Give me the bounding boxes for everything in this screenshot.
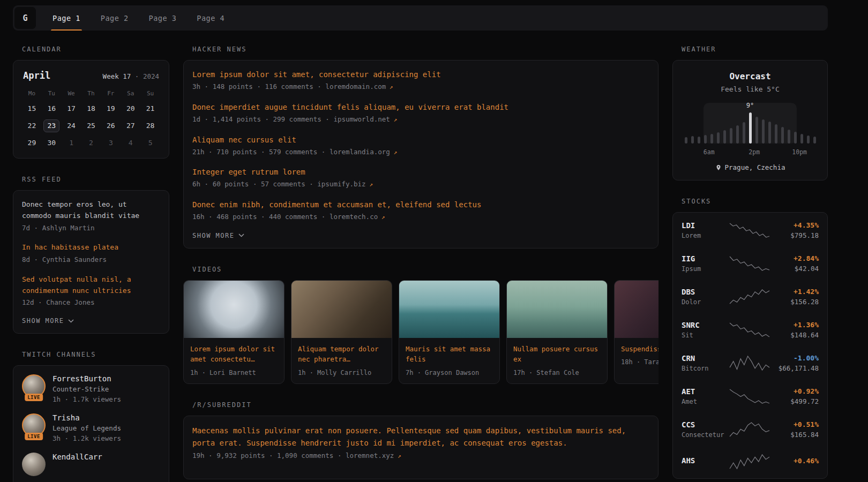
live-badge: LIVE	[25, 433, 43, 440]
item-domain-link[interactable]: loremnet.xyz	[346, 451, 394, 460]
item-domain-link[interactable]: loremtech.co	[330, 213, 378, 221]
page-tab[interactable]: Page 2	[91, 5, 139, 31]
stock-identifiers: LDI Lorem	[682, 221, 729, 239]
video-card-body: Aliquam tempor dolor nec pharetra… 1h · …	[291, 338, 392, 383]
stock-identifiers: AET Amet	[682, 387, 729, 405]
weather-hour-bar	[788, 130, 790, 144]
hackernews-item-title[interactable]: Integer eget rutrum lorem	[192, 167, 649, 178]
channel-info: ForrestBurton Counter-Strike 1h · 1.7k v…	[53, 374, 121, 403]
weather-chart: 9°	[682, 101, 819, 144]
item-domain-link[interactable]: loremlandia.org	[330, 148, 390, 156]
video-card[interactable]: Mauris sit amet massa felis 7h · Grayson…	[399, 280, 500, 384]
video-title[interactable]: Suspendisse diam	[621, 344, 659, 354]
twitch-card: LIVE ForrestBurton Counter-Strike 1h · 1…	[13, 365, 169, 482]
hackernews-item-title[interactable]: Lorem ipsum dolor sit amet, consectetur …	[192, 69, 649, 80]
rss-item-title[interactable]: In hac habitasse platea	[22, 242, 160, 253]
rss-item-title[interactable]: Donec tempor eros leo, ut commodo mauris…	[22, 199, 160, 222]
video-thumbnail[interactable]	[399, 281, 499, 338]
subreddit-post-title[interactable]: Maecenas mollis pulvinar erat non posuer…	[192, 425, 649, 449]
video-card[interactable]: Suspendisse diam 18h · Tara	[614, 280, 659, 384]
video-thumbnail[interactable]	[291, 281, 392, 338]
weather-hour-bar	[691, 136, 694, 144]
rss-item-title[interactable]: Sed volutpat nulla nisl, a condimentum n…	[22, 274, 160, 297]
subreddit-post: Maecenas mollis pulvinar erat non posuer…	[192, 425, 649, 461]
stock-row[interactable]: SNRC Sit +1.36% $148.64	[682, 321, 819, 339]
hackernews-show-more-button[interactable]: SHOW MORE	[192, 232, 649, 239]
channel-avatar: LIVE	[22, 374, 46, 399]
chevron-down-icon	[238, 234, 244, 237]
channel-avatar: LIVE	[22, 413, 46, 438]
calendar-day: 3	[103, 137, 119, 149]
item-domain-link[interactable]: ipsumify.biz	[317, 180, 365, 188]
rss-show-more-button[interactable]: SHOW MORE	[22, 317, 160, 325]
stock-name: Lorem	[682, 232, 729, 239]
video-title[interactable]: Aliquam tempor dolor nec pharetra…	[298, 344, 385, 365]
page-tab[interactable]: Page 4	[186, 5, 235, 31]
stock-name: Consectetur	[682, 431, 729, 439]
item-domain-link[interactable]: ipsumworld.net	[333, 115, 390, 123]
channel-name[interactable]: ForrestBurton	[53, 374, 121, 383]
video-thumbnail[interactable]	[184, 281, 284, 338]
hackernews-list: Lorem ipsum dolor sit amet, consectetur …	[192, 69, 649, 222]
calendar-day: 17	[63, 102, 79, 115]
stock-symbol: CCS	[682, 420, 729, 429]
calendar-day-name: We	[68, 90, 75, 97]
stock-identifiers: AHS	[682, 456, 729, 467]
stock-identifiers: IIG Ipsum	[682, 254, 729, 273]
stock-change: +1.36%	[770, 321, 819, 329]
hackernews-item-title[interactable]: Donec imperdiet augue tincidunt felis al…	[192, 102, 649, 113]
stock-name: Dolor	[682, 298, 729, 306]
item-domain-link[interactable]: loremdomain.com	[325, 82, 386, 91]
page-tab[interactable]: Page 1	[42, 5, 91, 31]
stock-row[interactable]: CCS Consectetur +0.51% $165.84	[682, 420, 819, 439]
weather-hour-bar	[813, 137, 816, 144]
hackernews-item-meta: 6h · 60 points · 57 comments · ipsumify.…	[192, 179, 649, 190]
video-thumbnail[interactable]	[615, 281, 659, 338]
stock-price: $66,171.48	[770, 364, 819, 372]
weather-time-label: 6am	[704, 148, 715, 156]
show-more-label: SHOW MORE	[22, 317, 64, 325]
hackernews-item: Aliquam nec cursus elit 21h · 710 points…	[192, 134, 649, 157]
weather-hour-bar	[743, 122, 745, 144]
hackernews-item-meta: 1d · 1,414 points · 299 comments · ipsum…	[192, 115, 649, 125]
stock-price: $156.28	[770, 298, 819, 306]
page-tab[interactable]: Page 3	[139, 5, 187, 31]
stock-row[interactable]: LDI Lorem +4.35% $795.18	[682, 221, 819, 239]
channel-name[interactable]: Trisha	[53, 413, 121, 422]
stock-row[interactable]: IIG Ipsum +2.84% $42.04	[682, 254, 819, 273]
stock-price: $148.64	[770, 331, 819, 339]
stock-row[interactable]: AET Amet +0.92% $499.72	[682, 387, 819, 405]
video-title[interactable]: Lorem ipsum dolor sit amet consectetu…	[190, 344, 278, 365]
weather-location: Prague, Czechia	[682, 163, 819, 171]
calendar-day: 21	[143, 102, 159, 115]
twitch-channel-row[interactable]: KendallCarr	[22, 453, 160, 477]
twitch-channel-row[interactable]: LIVE Trisha League of Legends 3h · 1.2k …	[22, 413, 160, 442]
video-thumbnail[interactable]	[507, 281, 607, 338]
video-card[interactable]: Lorem ipsum dolor sit amet consectetu… 1…	[183, 280, 285, 384]
twitch-widget: TWITCH CHANNELS LIVE ForrestBurton Count…	[13, 351, 169, 482]
hackernews-item-title[interactable]: Aliquam nec cursus elit	[192, 134, 649, 146]
stock-values: +0.92% $499.72	[770, 387, 819, 405]
video-title[interactable]: Nullam posuere cursus ex	[513, 344, 601, 365]
rss-widget-title: RSS FEED	[22, 176, 169, 183]
channel-name[interactable]: KendallCarr	[53, 453, 102, 461]
calendar-day: 24	[63, 119, 79, 132]
stock-row[interactable]: CRN Bitcorn -1.00% $66,171.48	[682, 354, 819, 372]
stock-values: +0.46%	[770, 457, 819, 467]
stock-values: +4.35% $795.18	[770, 221, 819, 239]
subreddit-list: Maecenas mollis pulvinar erat non posuer…	[192, 425, 649, 461]
video-card[interactable]: Aliquam tempor dolor nec pharetra… 1h · …	[291, 280, 392, 384]
calendar-day: 19	[103, 102, 119, 115]
stocks-widget-title: STOCKS	[682, 198, 828, 205]
stock-sparkline	[729, 255, 770, 272]
stock-row[interactable]: DBS Dolor +1.42% $156.28	[682, 288, 819, 306]
video-title[interactable]: Mauris sit amet massa felis	[406, 344, 493, 365]
hackernews-item-title[interactable]: Donec enim nibh, condimentum et accumsan…	[192, 199, 649, 210]
videos-row: Lorem ipsum dolor sit amet consectetu… 1…	[183, 280, 659, 384]
stock-price: $499.72	[770, 397, 819, 405]
stock-name: Bitcorn	[682, 365, 729, 372]
stock-row[interactable]: AHS +0.46%	[682, 454, 819, 470]
stock-sparkline	[729, 289, 770, 305]
twitch-channel-row[interactable]: LIVE ForrestBurton Counter-Strike 1h · 1…	[22, 374, 160, 403]
video-card[interactable]: Nullam posuere cursus ex 17h · Stefan Co…	[506, 280, 608, 384]
